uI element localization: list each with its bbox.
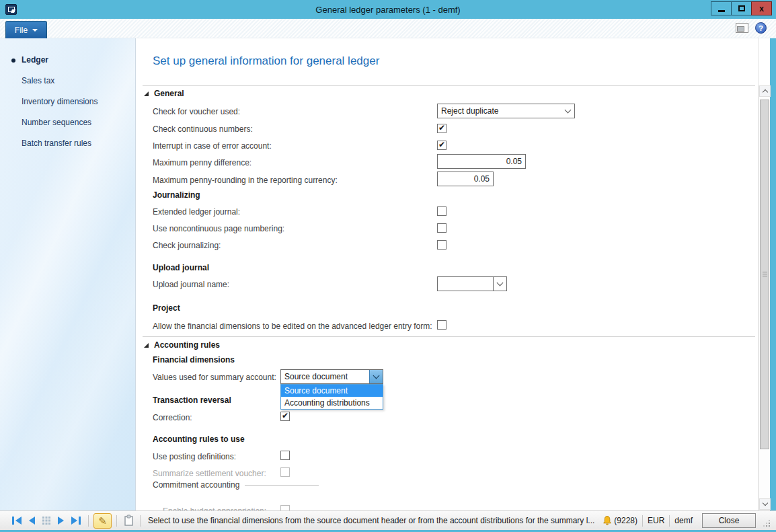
summarize-settlement-voucher-checkbox[interactable]	[280, 467, 290, 477]
penny-difference-label: Maximum penny difference:	[153, 158, 251, 167]
file-menu-button[interactable]: File	[5, 21, 47, 38]
layout-panel-icon[interactable]	[736, 23, 748, 33]
company-indicator[interactable]: demf	[674, 516, 693, 525]
upload-journal-dropdown-button[interactable]	[494, 276, 507, 291]
next-record-button[interactable]	[54, 514, 69, 527]
maximize-icon	[738, 5, 745, 11]
close-window-button[interactable]: x	[751, 1, 772, 15]
menu-bar: File ?	[0, 19, 776, 38]
upload-journal-name-input[interactable]	[437, 276, 494, 291]
scroll-up-button[interactable]	[759, 85, 771, 97]
allow-financial-dimensions-label: Allow the financial dimensions to be edi…	[153, 321, 432, 331]
scroll-down-button[interactable]	[759, 498, 771, 510]
previous-record-button[interactable]	[24, 514, 39, 527]
check-journalizing-checkbox[interactable]	[437, 240, 447, 250]
minimize-icon	[718, 10, 725, 12]
collapse-icon	[144, 91, 149, 96]
title-bar: General ledger parameters (1 - demf) x	[0, 0, 776, 19]
last-record-button[interactable]	[69, 514, 83, 527]
collapse-icon	[144, 343, 149, 348]
page-title: Set up general information for general l…	[153, 54, 379, 68]
scrollbar-grip-icon	[763, 272, 767, 278]
sidebar-item-inventory-dimensions[interactable]: Inventory dimensions	[0, 91, 135, 112]
commitment-accounting-header: Commitment accounting	[153, 480, 319, 490]
group-header-general[interactable]: General	[144, 89, 184, 98]
upload-journal-header: Upload journal	[153, 263, 209, 272]
voucher-used-combobox[interactable]: Reject duplicate	[437, 104, 575, 118]
divider	[143, 336, 755, 337]
close-button[interactable]: Close	[702, 513, 756, 528]
minimize-button[interactable]	[711, 1, 732, 15]
divider	[669, 515, 670, 527]
use-posting-definitions-checkbox[interactable]	[280, 451, 290, 460]
help-icon[interactable]: ?	[755, 22, 767, 34]
project-header: Project	[153, 303, 180, 313]
noncontinuous-numbering-checkbox[interactable]	[437, 223, 447, 233]
check-journalizing-label: Check journalizing:	[153, 241, 221, 250]
summary-account-combobox[interactable]: Source document	[280, 369, 383, 384]
transaction-reversal-header: Transaction reversal	[153, 395, 231, 405]
selected-bullet-icon	[11, 59, 15, 63]
sidebar-item-batch-transfer-rules[interactable]: Batch transfer rules	[0, 133, 135, 154]
group-header-accounting-rules[interactable]: Accounting rules	[144, 340, 220, 350]
status-bar: ✎ Select to use the financial dimensions…	[0, 510, 776, 530]
bell-icon	[602, 515, 613, 526]
continuous-numbers-label: Check continuous numbers:	[153, 124, 253, 134]
app-icon	[5, 4, 17, 15]
extended-journal-label: Extended ledger journal:	[153, 207, 240, 217]
maximize-button[interactable]	[731, 1, 752, 15]
journalizing-header: Journalizing	[153, 190, 200, 200]
summarize-settlement-voucher-label: Summarize settlement voucher:	[153, 469, 266, 478]
window-title: General ledger parameters (1 - demf)	[0, 5, 776, 15]
upload-journal-name-label: Upload journal name:	[153, 280, 229, 289]
noncontinuous-numbering-label: Use noncontinuous page numbering:	[153, 224, 284, 233]
first-record-button[interactable]	[9, 514, 24, 527]
sidebar-item-ledger[interactable]: Ledger	[0, 50, 135, 71]
currency-indicator[interactable]: EUR	[648, 516, 664, 525]
resize-grip[interactable]	[761, 519, 771, 528]
sidebar: Ledger Sales tax Inventory dimensions Nu…	[0, 38, 136, 510]
sidebar-item-number-sequences[interactable]: Number sequences	[0, 112, 135, 133]
continuous-numbers-checkbox[interactable]	[437, 124, 447, 133]
chevron-down-icon	[762, 500, 767, 506]
use-posting-definitions-label: Use posting definitions:	[153, 452, 236, 461]
chevron-down-icon[interactable]	[561, 104, 574, 118]
close-icon: x	[759, 5, 764, 13]
app-window: General ledger parameters (1 - demf) x F…	[0, 0, 776, 532]
grid-view-button[interactable]	[39, 514, 54, 527]
content-panel: Set up general information for general l…	[136, 38, 759, 510]
notifications-count: (9228)	[614, 516, 637, 525]
penny-difference-input[interactable]: 0.05	[437, 154, 526, 169]
financial-dimensions-header: Financial dimensions	[153, 355, 235, 365]
notifications-indicator[interactable]: (9228)	[602, 515, 637, 526]
extended-journal-checkbox[interactable]	[437, 206, 447, 216]
dropdown-option-accounting-distributions[interactable]: Accounting distributions	[281, 397, 383, 409]
edit-mode-button[interactable]: ✎	[93, 513, 112, 529]
penny-reporting-label: Maximum penny-rounding in the reporting …	[153, 176, 338, 185]
enable-budget-appropriation-checkbox[interactable]	[280, 505, 290, 510]
chevron-down-icon	[497, 279, 504, 286]
divider	[140, 515, 141, 527]
divider	[642, 515, 643, 527]
sidebar-item-sales-tax[interactable]: Sales tax	[0, 71, 135, 91]
dropdown-option-source-document[interactable]: Source document	[281, 385, 383, 397]
chevron-down-icon[interactable]	[369, 370, 383, 383]
penny-reporting-input[interactable]: 0.05	[437, 172, 494, 186]
pencil-icon: ✎	[98, 516, 107, 526]
divider	[88, 515, 89, 527]
summary-account-dropdown-list: Source document Accounting distributions	[280, 384, 383, 410]
summary-account-label: Values used for summary account:	[153, 373, 276, 382]
correction-checkbox[interactable]	[280, 412, 290, 421]
paste-icon[interactable]	[122, 513, 135, 528]
chevron-down-icon	[32, 29, 38, 32]
divider	[116, 515, 117, 527]
interrupt-error-checkbox[interactable]	[437, 141, 447, 150]
correction-label: Correction:	[153, 413, 192, 422]
allow-financial-dimensions-checkbox[interactable]	[437, 320, 447, 330]
chevron-up-icon	[762, 89, 767, 95]
scrollbar-column	[759, 38, 770, 510]
vertical-scrollbar[interactable]	[759, 85, 770, 510]
scrollbar-thumb[interactable]	[760, 100, 769, 449]
voucher-used-label: Check for voucher used:	[153, 107, 240, 116]
file-menu-label: File	[15, 26, 28, 35]
